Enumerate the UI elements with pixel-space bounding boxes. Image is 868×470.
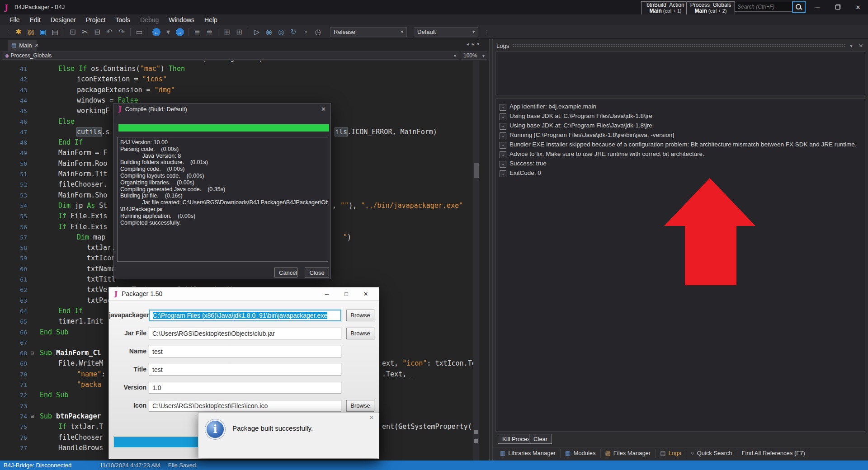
pane-splitter[interactable] xyxy=(489,39,493,461)
dialog-maximize-icon[interactable]: □ xyxy=(339,291,354,297)
selection-icon[interactable]: ▭ xyxy=(135,28,144,37)
add-class-icon[interactable]: ⊞ xyxy=(235,28,244,37)
dock-tab-modules[interactable]: ▦Modules xyxy=(561,449,600,458)
file-saved-status: File Saved. xyxy=(168,462,198,469)
browse-button[interactable]: Browse xyxy=(346,400,374,412)
dock-tab-logs[interactable]: ▤Logs xyxy=(656,449,686,458)
line-number: 71 xyxy=(0,380,27,390)
editor-zoom-select[interactable]: 100% ▾ xyxy=(461,52,487,60)
release-run-icon[interactable]: ◎ xyxy=(277,28,286,37)
menu-designer[interactable]: Designer xyxy=(46,15,81,24)
code-text-right: ils.ICON_ERROR, MainForm) xyxy=(335,127,437,137)
comment-icon[interactable]: ≣ xyxy=(193,28,202,37)
log-entry: →Bundler EXE Installer skipped because o… xyxy=(500,141,861,150)
line-number: 55 xyxy=(0,211,27,221)
quick-nav-process-globals[interactable]: Process_Globals Main (ctrl + 2) xyxy=(686,1,735,15)
menu-file[interactable]: File xyxy=(5,15,25,24)
dialog-minimize-icon[interactable]: ─ xyxy=(319,291,335,297)
uncomment-icon[interactable]: ≣ xyxy=(205,28,214,37)
package-icon[interactable]: ▤ xyxy=(51,28,60,37)
scrollbar-thumb[interactable] xyxy=(474,163,479,178)
search-input[interactable] xyxy=(734,2,798,12)
copy-icon[interactable]: ⊡ xyxy=(68,28,77,37)
menu-help[interactable]: Help xyxy=(199,15,222,24)
field-input-version[interactable]: 1.0 xyxy=(149,382,341,394)
line-number: 57 xyxy=(0,232,27,243)
toolbar-separator xyxy=(188,28,189,36)
stop-icon[interactable]: ▫ xyxy=(301,28,310,37)
toolbar-overflow-icon[interactable]: ⋮ xyxy=(484,29,490,35)
add-module-icon[interactable]: ⊞ xyxy=(222,28,231,37)
back-history-dropdown-icon[interactable]: ▾ xyxy=(164,28,173,37)
dock-tab-libraries-manager[interactable]: ▥Libraries Manager xyxy=(495,449,561,458)
field-input-javapackager[interactable]: C:\Program Files (x86)\Java\jdk1.8.0_91\… xyxy=(149,310,341,321)
rebuild-icon[interactable]: ↻ xyxy=(289,28,298,37)
undo-icon[interactable]: ↶ xyxy=(105,28,114,37)
paste-icon[interactable]: ⊟ xyxy=(93,28,102,37)
compile-progress-bar xyxy=(118,124,329,132)
dock-tab-files-manager[interactable]: ▨Files Manager xyxy=(601,449,656,458)
dock-tab-quick-search[interactable]: ○Quick Search xyxy=(686,449,737,458)
browse-button[interactable]: Browse xyxy=(346,310,374,321)
line-number: 68 xyxy=(0,348,27,358)
line-number: 53 xyxy=(0,190,27,201)
menu-windows[interactable]: Windows xyxy=(164,15,199,24)
build-configuration-select[interactable]: Release▾ xyxy=(330,27,407,37)
fold-marker-icon[interactable]: ⊟ xyxy=(31,414,34,419)
default-configuration-select[interactable]: Default▾ xyxy=(414,27,478,37)
debug-icon[interactable]: ◉ xyxy=(264,28,274,37)
compile-log-output[interactable]: B4J Version: 10.00 Parsing code. (0.00s)… xyxy=(117,137,328,262)
pin-icon[interactable]: ▾ xyxy=(849,43,854,49)
logs-list[interactable]: →App identifier: b4j.example.main→Using … xyxy=(495,99,865,432)
quick-nav-btnbuild-action[interactable]: btnBuild_Action Main (ctrl + 1) xyxy=(641,1,690,15)
editor-scrollbar[interactable] xyxy=(473,61,479,461)
run-icon[interactable]: ▷ xyxy=(252,28,261,37)
redo-icon[interactable]: ↷ xyxy=(117,28,126,37)
menu-edit[interactable]: Edit xyxy=(25,15,46,24)
search-button[interactable] xyxy=(792,1,806,13)
code-text: MainForm.Sho xyxy=(58,190,107,201)
build-time-icon[interactable]: ◷ xyxy=(313,28,322,37)
browse-button[interactable]: Browse xyxy=(346,328,374,339)
module-selector[interactable]: ◈ Process_Globals ▾ xyxy=(2,52,459,60)
compile-dialog-titlebar[interactable]: J Compile (Build: Default) ✕ xyxy=(114,103,330,114)
logs-secondary-area xyxy=(495,52,865,95)
logs-panel-header[interactable]: Logs ▾ ✕ xyxy=(496,42,864,50)
field-input-jar-file[interactable]: C:\Users\RGS\Desktop\test\Objects\club.j… xyxy=(149,328,341,339)
menu-project[interactable]: Project xyxy=(81,15,111,24)
packager-dialog-titlebar[interactable]: J Packager 1.50 ─ □ ✕ xyxy=(109,287,379,301)
clear-logs-button[interactable]: Clear xyxy=(529,434,552,444)
field-input-title[interactable]: test xyxy=(149,364,341,376)
zoom-value: 100% xyxy=(463,52,477,59)
quick-search-icon: ○ xyxy=(691,450,694,456)
cut-icon[interactable]: ✂ xyxy=(80,28,90,37)
navigate-back-icon[interactable]: ← xyxy=(152,28,160,36)
status-datetime: 11/10/2024 4:47:23 AM xyxy=(99,462,160,469)
dialog-close-icon[interactable]: ✕ xyxy=(358,291,373,297)
compile-close-button[interactable]: Close xyxy=(305,268,329,277)
minimize-button[interactable]: ─ xyxy=(811,4,824,11)
menu-tools[interactable]: Tools xyxy=(110,15,135,24)
chevron-down-icon: ▾ xyxy=(482,53,485,58)
panel-close-icon[interactable]: ✕ xyxy=(858,43,864,49)
tab-close-icon[interactable]: ✕ xyxy=(35,42,39,48)
field-input-name[interactable]: test xyxy=(149,346,341,357)
tab-scroll-controls[interactable]: ◂▸▾ xyxy=(467,41,482,47)
menu-debug[interactable]: Debug xyxy=(135,15,164,24)
close-button[interactable]: ✕ xyxy=(851,4,865,11)
tab-main[interactable]: ▤ Main ✕ xyxy=(8,40,37,51)
title-bar: J B4JPackager - B4J btnBuild_Action Main… xyxy=(0,0,868,14)
toast-close-icon[interactable]: ✕ xyxy=(369,414,374,421)
new-project-icon[interactable]: ✱ xyxy=(14,28,23,37)
navigate-forward-icon[interactable]: → xyxy=(176,28,184,36)
fold-marker-icon[interactable]: ⊟ xyxy=(31,350,34,356)
compile-cancel-button[interactable]: Cancel xyxy=(274,268,297,277)
field-input-icon[interactable]: C:\Users\RGS\Desktop\test\Files\icon.ico xyxy=(149,400,341,412)
dialog-close-icon[interactable]: ✕ xyxy=(321,106,326,113)
restore-button[interactable] xyxy=(831,5,844,9)
field-label-title: Title xyxy=(109,366,146,373)
save-icon[interactable]: ▣ xyxy=(38,28,47,37)
open-project-icon[interactable]: ▨ xyxy=(26,28,35,37)
restore-icon xyxy=(835,5,840,9)
dock-tab-find-all-references-f7-[interactable]: Find All References (F7) xyxy=(737,449,810,458)
